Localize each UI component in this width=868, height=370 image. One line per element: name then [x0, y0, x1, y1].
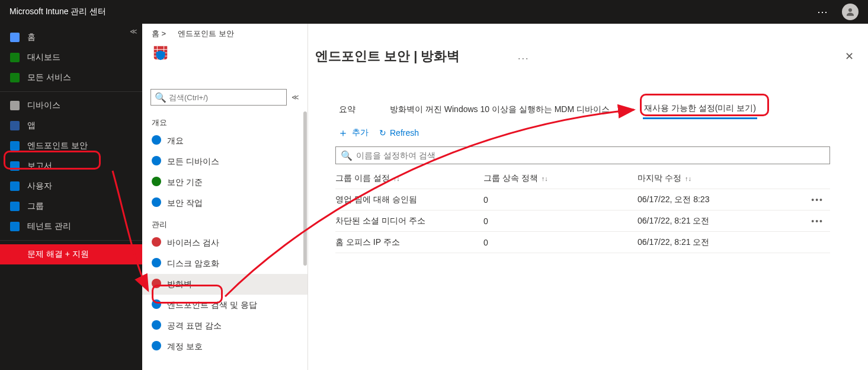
sec-item-asr[interactable]: 공격 표면 감소 [142, 315, 308, 336]
table-row[interactable]: 차단된 소셜 미디어 주소 0 06/17/22, 8:21 오전 ••• [335, 210, 830, 232]
antivirus-icon [152, 237, 161, 248]
sec-item-edr[interactable]: 엔드포인트 검색 및 응답 [142, 295, 308, 315]
sec-item-account-prot[interactable]: 계정 보호 [142, 336, 308, 357]
users-icon [9, 181, 20, 192]
col-group-name[interactable]: 그룹 이름 설정 ↑↓ [335, 173, 483, 184]
nav-item-troubleshoot[interactable]: 문제 해결 + 지원 [0, 244, 142, 264]
sec-item-devices[interactable]: 모든 디바이스 [142, 151, 308, 172]
nav-item-home[interactable]: 홈 [0, 27, 142, 47]
scrollbar-thumb[interactable] [303, 111, 307, 266]
blade-more-button[interactable]: ··· [518, 53, 529, 64]
refresh-label: Refresh [390, 128, 419, 138]
user-icon [845, 7, 856, 17]
content-pane: 엔드포인트 보안 | 방화벽 ··· ✕ 요약 방화벽이 꺼진 Windows … [308, 24, 868, 370]
sec-item-label: 계정 보호 [167, 342, 203, 352]
nav-item-endpoint-security[interactable]: 엔드포인트 보안 [0, 136, 142, 156]
nav-collapse-toggle[interactable]: ≪ [130, 27, 137, 36]
nav-label: 대시보드 [27, 52, 60, 63]
table-header: 그룹 이름 설정 ↑↓ 그룹 상속 정책 ↑↓ 마지막 수정 ↑↓ [335, 168, 830, 189]
nav-item-tenant-admin[interactable]: 테넌트 관리 [0, 216, 142, 237]
nav-item-dashboard[interactable]: 대시보드 [0, 47, 142, 68]
table-row[interactable]: 홈 오피스 IP 주소 0 06/17/22, 8:21 오전 [335, 232, 830, 253]
close-button[interactable]: ✕ [845, 50, 854, 63]
account-prot-icon [152, 341, 161, 352]
nav-item-reports[interactable]: 보고서 [0, 156, 142, 176]
row-actions-button[interactable]: ••• [792, 195, 827, 205]
sec-item-label: 모든 디바이스 [167, 157, 219, 167]
sec-item-firewall[interactable]: 방화벽 [142, 274, 308, 295]
breadcrumb: 홈 > 엔드포인트 보안 [152, 28, 234, 39]
sec-item-antivirus[interactable]: 바이러스 검사 [142, 232, 308, 253]
groups-icon [9, 201, 20, 212]
nav-label: 디바이스 [27, 100, 60, 111]
devices-icon [9, 100, 20, 111]
row-actions-button[interactable]: ••• [792, 216, 827, 226]
col-inherited-policies[interactable]: 그룹 상속 정책 ↑↓ [483, 173, 638, 184]
tab-summary[interactable]: 요약 [338, 101, 357, 119]
blade-search-wrap: 🔍 ≪ [150, 89, 299, 106]
sec-item-label: 공격 표면 감소 [167, 321, 222, 331]
svg-point-0 [848, 8, 852, 12]
breadcrumb-root[interactable]: 홈 > [152, 28, 166, 39]
edr-icon [152, 299, 161, 311]
refresh-icon: ↻ [379, 128, 386, 138]
tab-firewall-off[interactable]: 방화벽이 꺼진 Windows 10 이상을 실행하는 MDM 디바이스 [389, 101, 611, 119]
nav-item-groups[interactable]: 그룹 [0, 196, 142, 216]
secondary-collapse-toggle[interactable]: ≪ [292, 93, 299, 101]
devices-icon [152, 156, 161, 167]
nav-item-apps[interactable]: 앱 [0, 116, 142, 136]
nav-item-services[interactable]: 모든 서비스 [0, 68, 142, 88]
search-icon: 🔍 [341, 150, 353, 161]
sec-item-label: 디스크 암호화 [167, 259, 219, 269]
topbar-more-button[interactable]: ⋯ [811, 3, 834, 21]
table-search-row: 🔍 [335, 146, 856, 164]
table-row[interactable]: 영업 팀에 대해 승인됨 0 06/17/22, 오전 8:23 ••• [335, 189, 830, 210]
cell-name: 영업 팀에 대해 승인됨 [335, 194, 483, 205]
nav-item-users[interactable]: 사용자 [0, 176, 142, 196]
blade-search-box[interactable]: 🔍 [150, 89, 287, 106]
secondary-nav: 홈 > 엔드포인트 보안 🔍 ≪ 개요 개요모든 디바이스보안 기준보 [142, 24, 308, 370]
disk-enc-icon [152, 258, 161, 269]
secondary-scrollbar[interactable] [303, 111, 308, 370]
tabs: 요약 방화벽이 꺼진 Windows 10 이상을 실행하는 MDM 디바이스 … [338, 100, 856, 119]
avatar[interactable] [842, 4, 859, 20]
sort-icon: ↑↓ [685, 175, 691, 182]
table-search-box[interactable]: 🔍 [335, 146, 830, 164]
app-title: Microsoft Intune 관리 센터 [9, 7, 106, 17]
refresh-button[interactable]: ↻ Refresh [379, 128, 419, 138]
services-icon [9, 72, 20, 83]
firewall-icon [152, 279, 161, 290]
sec-item-label: 개요 [167, 136, 184, 146]
search-icon: 🔍 [155, 92, 166, 103]
sec-item-info[interactable]: 개요 [142, 130, 308, 151]
plus-icon: ＋ [338, 129, 348, 137]
cell-policies: 0 [483, 216, 638, 226]
page-title: 엔드포인트 보안 | 방화벽 [315, 47, 460, 65]
blade-search-input[interactable] [166, 93, 283, 102]
add-button[interactable]: ＋ 추가 [338, 127, 369, 138]
cell-modified: 06/17/22, 8:21 오전 [638, 216, 792, 227]
info-icon [152, 135, 161, 146]
table-search-input[interactable] [356, 151, 825, 160]
nav-label: 문제 해결 + 지원 [27, 249, 89, 260]
cell-modified: 06/17/22, 오전 8:23 [638, 194, 792, 205]
nav-label: 모든 서비스 [27, 72, 71, 83]
sec-group-manage: 관리 [142, 213, 308, 232]
nav-label: 홈 [27, 32, 36, 43]
breadcrumb-current[interactable]: 엔드포인트 보안 [178, 28, 234, 39]
col-last-modified[interactable]: 마지막 수정 ↑↓ [638, 173, 792, 184]
left-nav: ≪ 홈대시보드모든 서비스디바이스앱엔드포인트 보안보고서사용자그룹테넌트 관리… [0, 24, 142, 370]
sec-item-shield[interactable]: 보안 작업 [142, 193, 308, 213]
tab-reusable-settings[interactable]: 재사용 가능한 설정(미리 보기) [643, 100, 757, 119]
sec-item-label: 보안 작업 [167, 198, 203, 209]
sec-item-disk-enc[interactable]: 디스크 암호화 [142, 253, 308, 274]
dashboard-icon [9, 52, 20, 63]
firewall-blade-icon [152, 44, 169, 62]
apps-icon [9, 120, 20, 131]
sec-item-baseline[interactable]: 보안 기준 [142, 172, 308, 193]
cell-name: 차단된 소셜 미디어 주소 [335, 216, 483, 227]
nav-label: 보고서 [27, 161, 52, 171]
topbar: Microsoft Intune 관리 센터 ⋯ [0, 0, 868, 24]
nav-item-devices[interactable]: 디바이스 [0, 95, 142, 116]
blade-header [152, 44, 175, 62]
